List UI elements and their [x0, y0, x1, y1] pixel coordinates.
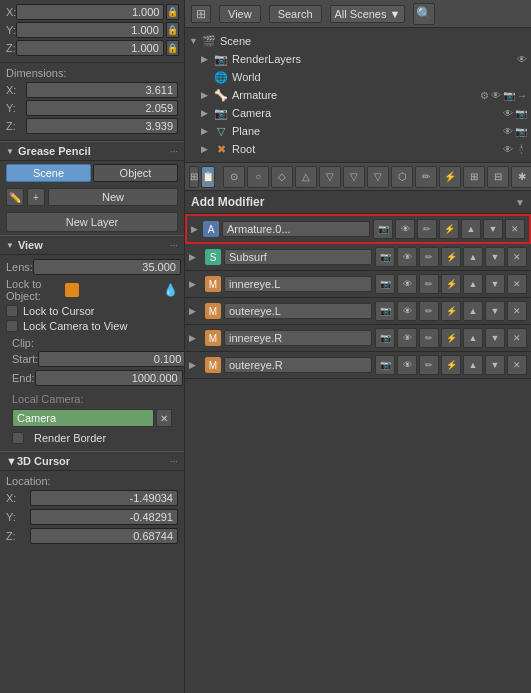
mod-close-btn-3[interactable]: ✕ — [507, 301, 527, 321]
mod-close-btn-2[interactable]: ✕ — [507, 274, 527, 294]
mod-close-btn-1[interactable]: ✕ — [507, 247, 527, 267]
y-input[interactable] — [16, 22, 164, 38]
camera-eye-icon[interactable]: 👁 — [503, 108, 513, 119]
add-modifier-dropdown-icon[interactable]: ▼ — [515, 197, 525, 208]
mod-down-btn-5[interactable]: ▼ — [485, 355, 505, 375]
tb-icon-8[interactable]: ⬡ — [391, 166, 413, 188]
cursor-y-input[interactable] — [30, 509, 178, 525]
mod-eye-btn-3[interactable]: 👁 — [397, 301, 417, 321]
mod-up-btn-3[interactable]: ▲ — [463, 301, 483, 321]
tb-icon-12[interactable]: ⊟ — [487, 166, 509, 188]
tb-icon-2[interactable]: ○ — [247, 166, 269, 188]
cursor-x-input[interactable] — [30, 490, 178, 506]
mod-down-btn-4[interactable]: ▼ — [485, 328, 505, 348]
mod-render-btn-2[interactable]: 📷 — [375, 274, 395, 294]
tab-scene[interactable]: Scene — [6, 164, 91, 182]
mod-expand-1[interactable]: ▶ — [189, 252, 202, 262]
camera-render-icon[interactable]: 📷 — [515, 108, 527, 119]
cursor-section-header[interactable]: ▼ 3D Cursor ··· — [0, 451, 184, 471]
mod-edit-btn-3[interactable]: ✏ — [419, 301, 439, 321]
root-item[interactable]: ▶ ✖ Root 👁 🕴 — [185, 140, 531, 158]
new-button[interactable]: New — [48, 188, 178, 206]
armature-eye-icon[interactable]: 👁 — [491, 90, 501, 101]
mod-edit-btn-1[interactable]: ✏ — [419, 247, 439, 267]
tb-icon-10[interactable]: ⚡ — [439, 166, 461, 188]
end-input[interactable] — [35, 370, 183, 386]
mod-close-btn-0[interactable]: ✕ — [505, 219, 525, 239]
mod-down-btn-0[interactable]: ▼ — [483, 219, 503, 239]
root-eye-icon[interactable]: 👁 — [503, 144, 513, 155]
armature-arrow-icon[interactable]: → — [517, 90, 527, 101]
x-input[interactable] — [16, 4, 164, 20]
lock-cursor-checkbox[interactable] — [6, 305, 18, 317]
lock-camera-row[interactable]: Lock Camera to View — [6, 320, 178, 332]
lock-camera-checkbox[interactable] — [6, 320, 18, 332]
mod-up-btn-4[interactable]: ▲ — [463, 328, 483, 348]
properties-icon-btn[interactable]: 📋 — [201, 166, 215, 188]
mod-render-btn-3[interactable]: 📷 — [375, 301, 395, 321]
tb-icon-9[interactable]: ✏ — [415, 166, 437, 188]
plane-eye-icon[interactable]: 👁 — [503, 126, 513, 137]
mod-realtime-btn-2[interactable]: ⚡ — [441, 274, 461, 294]
z-input[interactable] — [16, 40, 164, 56]
mod-expand-5[interactable]: ▶ — [189, 360, 202, 370]
mod-up-btn-2[interactable]: ▲ — [463, 274, 483, 294]
camera-clear-btn[interactable]: ✕ — [156, 409, 172, 427]
mod-render-btn-1[interactable]: 📷 — [375, 247, 395, 267]
render-layers-item[interactable]: ▶ 📷 RenderLayers 👁 — [185, 50, 531, 68]
start-input[interactable] — [38, 351, 185, 367]
tb-icon-4[interactable]: △ — [295, 166, 317, 188]
x-lock-btn[interactable]: 🔒 — [166, 4, 179, 20]
mod-close-btn-4[interactable]: ✕ — [507, 328, 527, 348]
mod-render-btn-0[interactable]: 📷 — [373, 219, 393, 239]
mod-expand-2[interactable]: ▶ — [189, 279, 202, 289]
view-icon[interactable]: ⊞ — [191, 5, 211, 23]
search-button[interactable]: Search — [269, 5, 322, 23]
mod-eye-btn-5[interactable]: 👁 — [397, 355, 417, 375]
dim-x-input[interactable] — [26, 82, 178, 98]
tab-object[interactable]: Object — [93, 164, 178, 182]
mod-down-btn-3[interactable]: ▼ — [485, 301, 505, 321]
all-scenes-dropdown[interactable]: All Scenes ▼ — [330, 5, 406, 23]
mod-name-2[interactable] — [224, 276, 372, 292]
mod-eye-btn-0[interactable]: 👁 — [395, 219, 415, 239]
scene-item[interactable]: ▼ 🎬 Scene — [185, 32, 531, 50]
tb-icon-13[interactable]: ✱ — [511, 166, 531, 188]
tb-icon-3[interactable]: ◇ — [271, 166, 293, 188]
mod-down-btn-2[interactable]: ▼ — [485, 274, 505, 294]
outliner-icon-btn[interactable]: ⊞ — [189, 166, 199, 188]
plane-render-icon[interactable]: 📷 — [515, 126, 527, 137]
mod-edit-btn-2[interactable]: ✏ — [419, 274, 439, 294]
tb-icon-6[interactable]: ▽ — [343, 166, 365, 188]
tb-icon-7[interactable]: ▽ — [367, 166, 389, 188]
tb-icon-1[interactable]: ⊙ — [223, 166, 245, 188]
mod-eye-btn-1[interactable]: 👁 — [397, 247, 417, 267]
armature-item[interactable]: ▶ 🦴 Armature ⚙ 👁 📷 → — [185, 86, 531, 104]
mod-name-4[interactable] — [224, 330, 372, 346]
mod-name-3[interactable] — [224, 303, 372, 319]
mod-expand-4[interactable]: ▶ — [189, 333, 202, 343]
mod-eye-btn-4[interactable]: 👁 — [397, 328, 417, 348]
lens-input[interactable] — [33, 259, 181, 275]
mod-name-0[interactable] — [222, 221, 370, 237]
mod-edit-btn-5[interactable]: ✏ — [419, 355, 439, 375]
camera-item[interactable]: ▶ 📷 Camera 👁 📷 — [185, 104, 531, 122]
eyedropper-icon[interactable]: 💧 — [163, 283, 178, 297]
view-button[interactable]: View — [219, 5, 261, 23]
pencil-add-icon[interactable]: + — [27, 188, 45, 206]
mod-up-btn-1[interactable]: ▲ — [463, 247, 483, 267]
armature-render-icon[interactable]: 📷 — [503, 90, 515, 101]
mod-name-5[interactable] — [224, 357, 372, 373]
mod-edit-btn-4[interactable]: ✏ — [419, 328, 439, 348]
dim-y-input[interactable] — [26, 100, 178, 116]
mod-edit-btn-0[interactable]: ✏ — [417, 219, 437, 239]
search-icon[interactable]: 🔍 — [413, 3, 435, 25]
mod-name-1[interactable] — [224, 249, 372, 265]
mod-up-btn-0[interactable]: ▲ — [461, 219, 481, 239]
tb-icon-11[interactable]: ⊞ — [463, 166, 485, 188]
mod-expand-3[interactable]: ▶ — [189, 306, 202, 316]
armature-restrict-icon[interactable]: ⚙ — [480, 90, 489, 101]
mod-expand-0[interactable]: ▶ — [191, 224, 200, 234]
mod-up-btn-5[interactable]: ▲ — [463, 355, 483, 375]
pencil-draw-icon[interactable]: ✏️ — [6, 188, 24, 206]
